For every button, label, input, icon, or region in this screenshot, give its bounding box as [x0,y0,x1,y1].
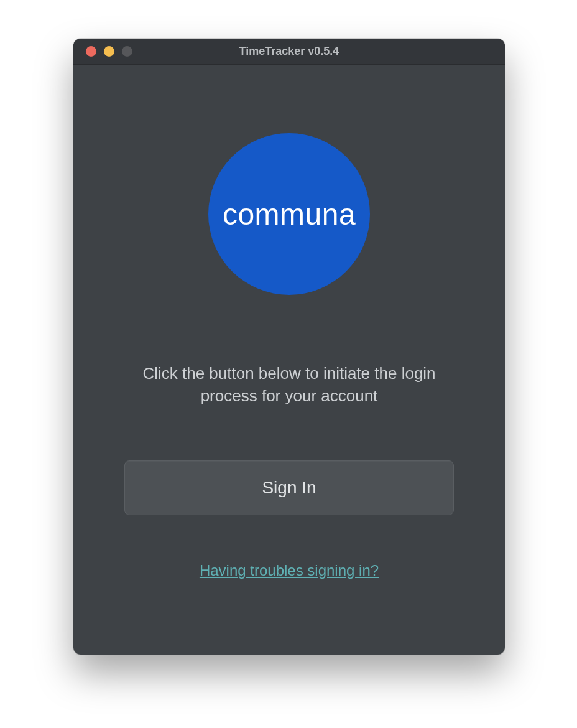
window-close-button[interactable] [86,46,96,57]
content-area: communa Click the button below to initia… [73,65,505,655]
instruction-text: Click the button below to initiate the l… [115,362,463,408]
titlebar: TimeTracker v0.5.4 [73,39,505,65]
window-minimize-button[interactable] [104,46,114,57]
sign-in-button-label: Sign In [262,478,316,498]
sign-in-button[interactable]: Sign In [124,460,454,515]
help-sign-in-link[interactable]: Having troubles signing in? [200,562,379,579]
app-window: TimeTracker v0.5.4 communa Click the but… [73,39,505,655]
traffic-lights [73,46,132,57]
app-logo-text: communa [223,197,356,231]
app-logo: communa [208,133,370,295]
window-title: TimeTracker v0.5.4 [73,45,505,58]
window-maximize-button[interactable] [122,46,132,57]
